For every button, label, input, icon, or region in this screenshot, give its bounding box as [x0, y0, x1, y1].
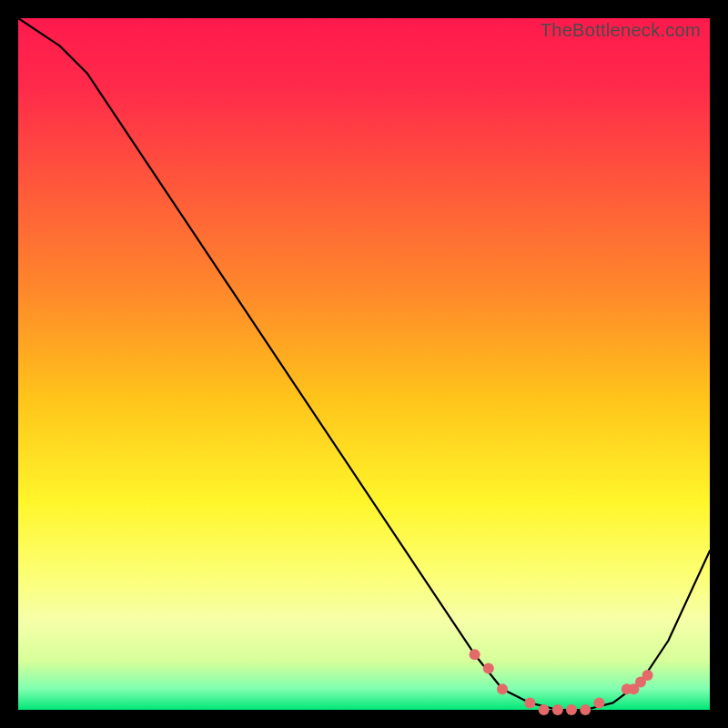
plot-area: TheBottleneck.com [18, 18, 710, 710]
gpu-marker [566, 704, 577, 715]
gpu-marker [580, 704, 591, 715]
gpu-marker [539, 704, 550, 715]
bottleneck-curve [18, 18, 710, 710]
gpu-marker [552, 704, 563, 715]
gpu-marker [593, 697, 604, 708]
gpu-marker [483, 662, 494, 673]
gpu-marker [470, 649, 480, 660]
chart-frame: TheBottleneck.com [0, 0, 728, 728]
gpu-marker [524, 697, 535, 708]
gpu-marker [497, 683, 508, 694]
curve-svg [18, 18, 710, 710]
gpu-marker [642, 670, 653, 681]
